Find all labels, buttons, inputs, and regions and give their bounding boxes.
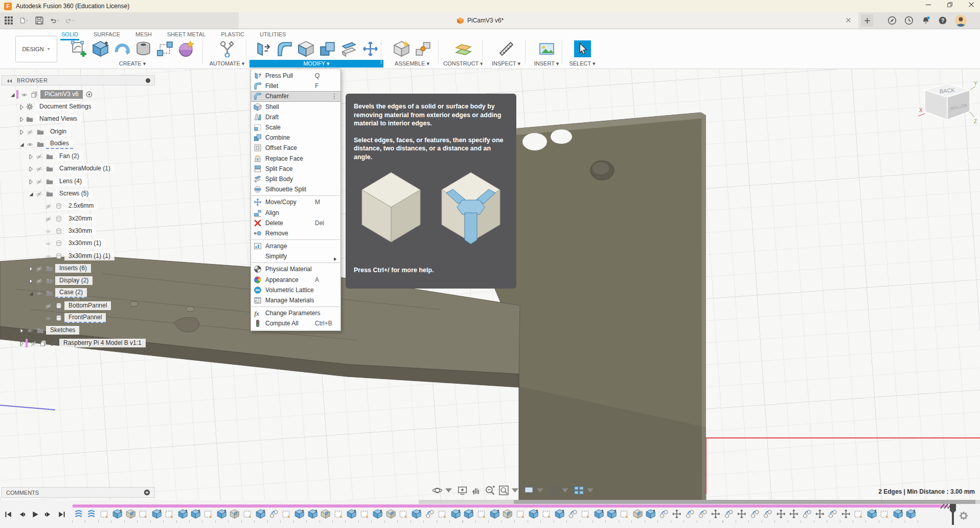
fillet-icon[interactable] bbox=[276, 40, 293, 57]
expand-collapsed-icon[interactable] bbox=[18, 116, 26, 122]
timeline-feature-move-icon[interactable] bbox=[735, 508, 748, 520]
timeline-scrollbar[interactable] bbox=[419, 500, 980, 504]
visibility-eye-off-icon[interactable] bbox=[29, 340, 38, 346]
timeline-feature-extrude-icon[interactable] bbox=[644, 508, 657, 520]
extrude-icon[interactable] bbox=[92, 40, 109, 57]
menu-item-offset-face[interactable]: Offset Face bbox=[251, 143, 340, 153]
visibility-eye-off-icon[interactable] bbox=[35, 277, 43, 284]
timeline-feature-sketch-icon[interactable] bbox=[163, 508, 176, 520]
visibility-eye-on-icon[interactable] bbox=[26, 327, 34, 334]
timeline-feature-extrude-icon[interactable] bbox=[605, 508, 618, 520]
timeline-feature-extrude-icon[interactable] bbox=[488, 508, 501, 520]
skip-to-start-icon[interactable] bbox=[4, 510, 13, 519]
timeline-feature-move-icon[interactable] bbox=[787, 508, 800, 520]
save-icon[interactable] bbox=[35, 16, 44, 25]
timeline-feature-joint-icon[interactable] bbox=[748, 508, 761, 520]
timeline-feature-sketch-icon[interactable] bbox=[202, 508, 215, 520]
timeline-feature-sketch-icon[interactable] bbox=[397, 508, 410, 520]
visibility-eye-off-icon[interactable] bbox=[44, 215, 53, 222]
collapse-panel-icon[interactable] bbox=[6, 78, 13, 83]
menu-item-change-parameters[interactable]: fxChange Parameters bbox=[251, 308, 340, 318]
fit-icon[interactable] bbox=[498, 485, 520, 496]
ribbon-group-label-automate[interactable]: AUTOMATE ▾ bbox=[206, 60, 248, 68]
press-pull-icon[interactable] bbox=[255, 40, 271, 57]
play-icon[interactable] bbox=[31, 510, 39, 519]
browser-item-2-5x6mm[interactable]: 2.5x6mm bbox=[2, 200, 170, 212]
new-component-icon[interactable] bbox=[393, 40, 410, 57]
visibility-eye-on-icon[interactable] bbox=[26, 141, 34, 147]
visibility-eye-off-icon[interactable] bbox=[26, 128, 34, 135]
menu-item-fillet[interactable]: FilletF bbox=[251, 81, 340, 91]
job-status-clock-icon[interactable] bbox=[904, 16, 914, 25]
ribbon-group-label-modify[interactable]: MODIFY ▾ bbox=[249, 60, 383, 68]
timeline-feature-joint-icon[interactable] bbox=[801, 508, 813, 520]
revolve-icon[interactable] bbox=[113, 40, 130, 57]
timeline-feature-sketch-icon[interactable] bbox=[878, 508, 891, 520]
timeline-feature-spring-icon[interactable] bbox=[85, 508, 98, 520]
timeline-feature-joint-icon[interactable] bbox=[761, 508, 774, 520]
menu-item-arrange[interactable]: Arrange bbox=[251, 241, 340, 251]
document-tab[interactable]: PiCamV3 v6* bbox=[239, 12, 858, 29]
minimize-icon[interactable] bbox=[925, 1, 932, 8]
hole-icon[interactable] bbox=[135, 40, 152, 57]
visibility-eye-on-icon[interactable] bbox=[44, 315, 53, 321]
menu-item-align[interactable]: Align bbox=[251, 207, 340, 217]
menu-item-scale[interactable]: Scale bbox=[251, 122, 340, 133]
joint-icon[interactable] bbox=[415, 40, 431, 57]
expand-collapsed-icon[interactable] bbox=[18, 327, 26, 334]
timeline-feature-extrude-icon[interactable] bbox=[553, 508, 566, 520]
browser-item-picamv3-v6[interactable]: PiCamV3 v6 bbox=[2, 88, 170, 100]
menu-item-draft[interactable]: Draft bbox=[251, 112, 340, 122]
browser-item-3x20mm[interactable]: 3x20mm bbox=[2, 212, 170, 225]
display-settings-icon[interactable] bbox=[523, 485, 545, 496]
browser-item-named-views[interactable]: Named Views bbox=[2, 113, 170, 125]
browser-item-screws-5[interactable]: Screws (5) bbox=[2, 187, 170, 200]
pan-icon[interactable] bbox=[471, 485, 482, 496]
timeline-feature-move-icon[interactable] bbox=[774, 508, 787, 520]
timeline-feature-chamfer-icon[interactable] bbox=[501, 508, 514, 520]
skip-to-end-icon[interactable] bbox=[57, 510, 66, 519]
expand-collapsed-icon[interactable] bbox=[18, 103, 26, 110]
browser-item-inserts-6[interactable]: Inserts (6) bbox=[2, 262, 170, 274]
timeline-feature-joint-icon[interactable] bbox=[722, 508, 735, 520]
timeline-feature-extrude-icon[interactable] bbox=[150, 508, 163, 520]
browser-item-cameramodule-1[interactable]: CameraModule (1) bbox=[2, 163, 170, 175]
menu-item-simplify[interactable]: Simplify bbox=[251, 251, 340, 261]
timeline-feature-move-icon[interactable] bbox=[839, 508, 852, 520]
menu-item-physical-material[interactable]: Physical Material bbox=[251, 264, 340, 274]
notifications-bell-icon[interactable] bbox=[921, 16, 930, 25]
zoom-icon[interactable] bbox=[485, 485, 495, 496]
timeline-feature-extrude-icon[interactable] bbox=[865, 508, 878, 520]
timeline-feature-extrude-icon[interactable] bbox=[892, 508, 904, 520]
expand-collapsed-icon[interactable] bbox=[27, 178, 35, 185]
timeline-feature-extrude-icon[interactable] bbox=[189, 508, 202, 520]
more-options-icon[interactable]: ⋮ bbox=[331, 93, 337, 100]
visibility-eye-off-icon[interactable] bbox=[35, 153, 43, 160]
add-comment-plus-icon[interactable] bbox=[144, 489, 150, 496]
browser-item-fan-2[interactable]: Fan (2) bbox=[2, 150, 170, 162]
pattern-icon[interactable] bbox=[156, 40, 173, 57]
browser-item-3x30mm-1-1[interactable]: 3x30mm (1) (1) bbox=[2, 250, 170, 262]
close-icon[interactable] bbox=[968, 1, 975, 8]
menu-item-combine[interactable]: Combine bbox=[251, 133, 340, 143]
browser-item-bodies[interactable]: Bodies bbox=[2, 138, 170, 150]
timeline-feature-move-icon[interactable] bbox=[813, 508, 826, 520]
visibility-eye-off-icon[interactable] bbox=[35, 178, 43, 185]
browser-item-sketches[interactable]: Sketches bbox=[2, 324, 170, 337]
orbit-icon[interactable] bbox=[432, 485, 454, 496]
timeline-feature-sketch-icon[interactable] bbox=[540, 508, 553, 520]
menu-item-shell[interactable]: Shell bbox=[251, 102, 340, 112]
ribbon-group-label-select[interactable]: SELECT ▾ bbox=[565, 60, 599, 68]
visibility-eye-off-icon[interactable] bbox=[35, 190, 43, 197]
browser-item-document-settings[interactable]: Document Settings bbox=[2, 100, 170, 113]
menu-item-remove[interactable]: Remove bbox=[251, 228, 340, 238]
create-sketch-icon[interactable] bbox=[71, 40, 87, 57]
automate-icon[interactable] bbox=[219, 40, 236, 57]
timeline-feature-joint-icon[interactable] bbox=[267, 508, 280, 520]
expand-expanded-icon[interactable] bbox=[27, 290, 35, 296]
timeline-feature-sketch-icon[interactable] bbox=[137, 508, 150, 520]
timeline-feature-joint-icon[interactable] bbox=[423, 508, 436, 520]
browser-item-raspberry-pi-4-model-b-v1-1[interactable]: Raspberry Pi 4 Model B v1:1 bbox=[2, 337, 170, 349]
timeline-feature-extrude-icon[interactable] bbox=[111, 508, 124, 520]
timeline-feature-extrude-icon[interactable] bbox=[215, 508, 228, 520]
